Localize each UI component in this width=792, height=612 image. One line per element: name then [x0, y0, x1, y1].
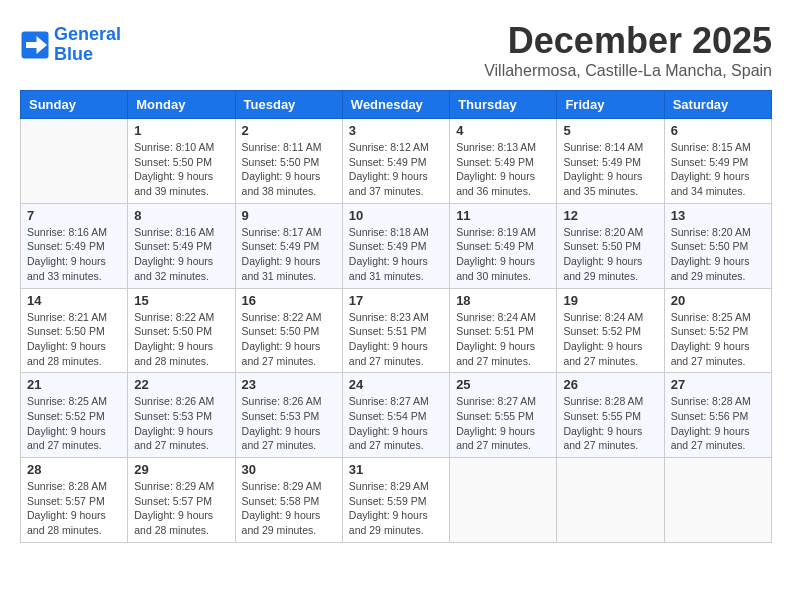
calendar-cell: 10Sunrise: 8:18 AMSunset: 5:49 PMDayligh…	[342, 203, 449, 288]
day-number: 30	[242, 462, 336, 477]
header: General Blue December 2025 Villahermosa,…	[20, 20, 772, 80]
day-info: Sunrise: 8:25 AMSunset: 5:52 PMDaylight:…	[27, 394, 121, 453]
day-number: 26	[563, 377, 657, 392]
day-number: 7	[27, 208, 121, 223]
day-info: Sunrise: 8:22 AMSunset: 5:50 PMDaylight:…	[134, 310, 228, 369]
calendar-cell: 23Sunrise: 8:26 AMSunset: 5:53 PMDayligh…	[235, 373, 342, 458]
day-number: 9	[242, 208, 336, 223]
day-info: Sunrise: 8:21 AMSunset: 5:50 PMDaylight:…	[27, 310, 121, 369]
day-info: Sunrise: 8:17 AMSunset: 5:49 PMDaylight:…	[242, 225, 336, 284]
calendar-cell: 24Sunrise: 8:27 AMSunset: 5:54 PMDayligh…	[342, 373, 449, 458]
calendar-week-3: 14Sunrise: 8:21 AMSunset: 5:50 PMDayligh…	[21, 288, 772, 373]
calendar-week-5: 28Sunrise: 8:28 AMSunset: 5:57 PMDayligh…	[21, 458, 772, 543]
day-info: Sunrise: 8:29 AMSunset: 5:59 PMDaylight:…	[349, 479, 443, 538]
calendar-cell: 17Sunrise: 8:23 AMSunset: 5:51 PMDayligh…	[342, 288, 449, 373]
calendar-cell: 19Sunrise: 8:24 AMSunset: 5:52 PMDayligh…	[557, 288, 664, 373]
calendar-cell: 6Sunrise: 8:15 AMSunset: 5:49 PMDaylight…	[664, 119, 771, 204]
calendar-cell: 26Sunrise: 8:28 AMSunset: 5:55 PMDayligh…	[557, 373, 664, 458]
day-info: Sunrise: 8:20 AMSunset: 5:50 PMDaylight:…	[563, 225, 657, 284]
calendar-cell: 8Sunrise: 8:16 AMSunset: 5:49 PMDaylight…	[128, 203, 235, 288]
day-headers-row: SundayMondayTuesdayWednesdayThursdayFrid…	[21, 91, 772, 119]
day-info: Sunrise: 8:14 AMSunset: 5:49 PMDaylight:…	[563, 140, 657, 199]
calendar-cell: 7Sunrise: 8:16 AMSunset: 5:49 PMDaylight…	[21, 203, 128, 288]
day-number: 4	[456, 123, 550, 138]
day-info: Sunrise: 8:26 AMSunset: 5:53 PMDaylight:…	[242, 394, 336, 453]
day-info: Sunrise: 8:29 AMSunset: 5:57 PMDaylight:…	[134, 479, 228, 538]
day-info: Sunrise: 8:25 AMSunset: 5:52 PMDaylight:…	[671, 310, 765, 369]
day-number: 16	[242, 293, 336, 308]
calendar-cell	[557, 458, 664, 543]
day-info: Sunrise: 8:26 AMSunset: 5:53 PMDaylight:…	[134, 394, 228, 453]
day-info: Sunrise: 8:28 AMSunset: 5:55 PMDaylight:…	[563, 394, 657, 453]
calendar-cell: 5Sunrise: 8:14 AMSunset: 5:49 PMDaylight…	[557, 119, 664, 204]
day-info: Sunrise: 8:16 AMSunset: 5:49 PMDaylight:…	[134, 225, 228, 284]
day-number: 28	[27, 462, 121, 477]
main-title: December 2025	[484, 20, 772, 62]
calendar-cell: 16Sunrise: 8:22 AMSunset: 5:50 PMDayligh…	[235, 288, 342, 373]
day-number: 29	[134, 462, 228, 477]
day-number: 12	[563, 208, 657, 223]
day-info: Sunrise: 8:24 AMSunset: 5:52 PMDaylight:…	[563, 310, 657, 369]
day-number: 2	[242, 123, 336, 138]
calendar-cell: 20Sunrise: 8:25 AMSunset: 5:52 PMDayligh…	[664, 288, 771, 373]
day-number: 8	[134, 208, 228, 223]
day-number: 24	[349, 377, 443, 392]
calendar-cell: 9Sunrise: 8:17 AMSunset: 5:49 PMDaylight…	[235, 203, 342, 288]
calendar-week-4: 21Sunrise: 8:25 AMSunset: 5:52 PMDayligh…	[21, 373, 772, 458]
calendar-cell: 27Sunrise: 8:28 AMSunset: 5:56 PMDayligh…	[664, 373, 771, 458]
day-number: 19	[563, 293, 657, 308]
day-number: 13	[671, 208, 765, 223]
day-number: 14	[27, 293, 121, 308]
day-info: Sunrise: 8:16 AMSunset: 5:49 PMDaylight:…	[27, 225, 121, 284]
calendar-cell: 15Sunrise: 8:22 AMSunset: 5:50 PMDayligh…	[128, 288, 235, 373]
day-number: 11	[456, 208, 550, 223]
day-header-friday: Friday	[557, 91, 664, 119]
calendar-cell: 29Sunrise: 8:29 AMSunset: 5:57 PMDayligh…	[128, 458, 235, 543]
calendar-cell: 21Sunrise: 8:25 AMSunset: 5:52 PMDayligh…	[21, 373, 128, 458]
calendar-cell: 25Sunrise: 8:27 AMSunset: 5:55 PMDayligh…	[450, 373, 557, 458]
day-info: Sunrise: 8:29 AMSunset: 5:58 PMDaylight:…	[242, 479, 336, 538]
title-section: December 2025 Villahermosa, Castille-La …	[484, 20, 772, 80]
day-info: Sunrise: 8:12 AMSunset: 5:49 PMDaylight:…	[349, 140, 443, 199]
day-info: Sunrise: 8:27 AMSunset: 5:54 PMDaylight:…	[349, 394, 443, 453]
calendar-cell	[21, 119, 128, 204]
day-header-monday: Monday	[128, 91, 235, 119]
day-info: Sunrise: 8:11 AMSunset: 5:50 PMDaylight:…	[242, 140, 336, 199]
day-info: Sunrise: 8:28 AMSunset: 5:57 PMDaylight:…	[27, 479, 121, 538]
day-number: 5	[563, 123, 657, 138]
day-info: Sunrise: 8:10 AMSunset: 5:50 PMDaylight:…	[134, 140, 228, 199]
calendar-cell: 30Sunrise: 8:29 AMSunset: 5:58 PMDayligh…	[235, 458, 342, 543]
day-number: 3	[349, 123, 443, 138]
day-header-tuesday: Tuesday	[235, 91, 342, 119]
day-info: Sunrise: 8:28 AMSunset: 5:56 PMDaylight:…	[671, 394, 765, 453]
calendar-table: SundayMondayTuesdayWednesdayThursdayFrid…	[20, 90, 772, 543]
calendar-body: 1Sunrise: 8:10 AMSunset: 5:50 PMDaylight…	[21, 119, 772, 543]
day-number: 6	[671, 123, 765, 138]
day-number: 21	[27, 377, 121, 392]
day-number: 23	[242, 377, 336, 392]
calendar-cell: 4Sunrise: 8:13 AMSunset: 5:49 PMDaylight…	[450, 119, 557, 204]
day-info: Sunrise: 8:20 AMSunset: 5:50 PMDaylight:…	[671, 225, 765, 284]
calendar-cell: 18Sunrise: 8:24 AMSunset: 5:51 PMDayligh…	[450, 288, 557, 373]
calendar-cell: 28Sunrise: 8:28 AMSunset: 5:57 PMDayligh…	[21, 458, 128, 543]
day-info: Sunrise: 8:13 AMSunset: 5:49 PMDaylight:…	[456, 140, 550, 199]
day-header-thursday: Thursday	[450, 91, 557, 119]
day-number: 17	[349, 293, 443, 308]
subtitle: Villahermosa, Castille-La Mancha, Spain	[484, 62, 772, 80]
calendar-cell: 12Sunrise: 8:20 AMSunset: 5:50 PMDayligh…	[557, 203, 664, 288]
day-info: Sunrise: 8:19 AMSunset: 5:49 PMDaylight:…	[456, 225, 550, 284]
calendar-cell: 3Sunrise: 8:12 AMSunset: 5:49 PMDaylight…	[342, 119, 449, 204]
day-info: Sunrise: 8:23 AMSunset: 5:51 PMDaylight:…	[349, 310, 443, 369]
calendar-cell: 22Sunrise: 8:26 AMSunset: 5:53 PMDayligh…	[128, 373, 235, 458]
day-header-saturday: Saturday	[664, 91, 771, 119]
calendar-cell: 11Sunrise: 8:19 AMSunset: 5:49 PMDayligh…	[450, 203, 557, 288]
calendar-cell	[664, 458, 771, 543]
calendar-cell: 14Sunrise: 8:21 AMSunset: 5:50 PMDayligh…	[21, 288, 128, 373]
day-number: 25	[456, 377, 550, 392]
day-info: Sunrise: 8:18 AMSunset: 5:49 PMDaylight:…	[349, 225, 443, 284]
calendar-cell: 31Sunrise: 8:29 AMSunset: 5:59 PMDayligh…	[342, 458, 449, 543]
day-header-wednesday: Wednesday	[342, 91, 449, 119]
day-number: 20	[671, 293, 765, 308]
day-info: Sunrise: 8:15 AMSunset: 5:49 PMDaylight:…	[671, 140, 765, 199]
day-number: 27	[671, 377, 765, 392]
